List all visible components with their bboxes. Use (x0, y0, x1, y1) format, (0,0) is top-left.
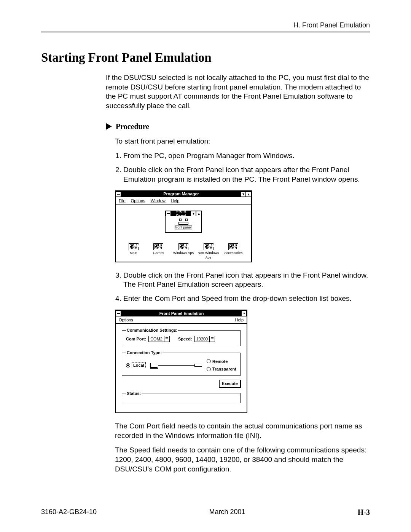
group-main[interactable]: Main (123, 243, 145, 260)
procedure-marker-icon (106, 123, 112, 130)
radio-local[interactable]: Local (126, 362, 146, 368)
note-speed: The Speed field needs to contain one of … (115, 446, 370, 474)
menu-file[interactable]: File (119, 198, 126, 203)
window-title: Front Panel (172, 209, 191, 219)
radio-remote[interactable]: Remote (207, 359, 236, 364)
system-menu-icon[interactable] (116, 311, 121, 316)
communication-settings-legend: Communication Settings: (126, 328, 178, 333)
radio-local-label: Local (132, 362, 146, 368)
group-windows-aps[interactable]: Windows Aps (172, 243, 194, 260)
speed-value: 19200 (195, 336, 210, 342)
dropdown-icon[interactable] (164, 336, 169, 342)
footer-page-number: H-3 (358, 508, 370, 517)
group-label: Games (147, 251, 169, 256)
connection-type-group: Connection Type: Local (122, 350, 241, 376)
minimize-button[interactable]: ▾ (191, 211, 196, 216)
maximize-button[interactable]: ▴ (196, 211, 201, 216)
communication-settings-group: Communication Settings: Com Port: COM2 S… (122, 328, 241, 346)
page-title: Starting Front Panel Emulation (41, 51, 370, 65)
running-header: H. Front Panel Emulation (41, 21, 370, 29)
step-3: Double click on the Front Panel icon tha… (123, 271, 370, 289)
connection-type-legend: Connection Type: (126, 350, 162, 355)
radio-remote-label: Remote (212, 359, 228, 364)
program-manager-window: Program Manager ▾ ▴ File Options Window … (115, 190, 252, 262)
status-legend: Status: (126, 391, 142, 396)
minimize-button[interactable]: ▾ (241, 192, 246, 197)
menu-window[interactable]: Window (151, 198, 166, 203)
radio-icon (207, 359, 211, 363)
radio-icon (207, 367, 211, 371)
speed-label: Speed: (178, 336, 192, 342)
window-title: Program Manager (122, 191, 241, 197)
status-group: Status: (122, 391, 241, 403)
radio-transparent-label: Transparent (212, 366, 236, 372)
group-label: Accessories (222, 251, 244, 256)
window-title: Front Panel Emulation (122, 311, 241, 316)
com-port-select[interactable]: COM2 (148, 336, 170, 342)
group-label: Windows Aps (172, 251, 194, 256)
front-panel-group-window: Front Panel ▾ ▴ front panel (165, 211, 202, 233)
group-games[interactable]: Games (147, 243, 169, 260)
procedure-intro: To start front panel emulation: (115, 137, 370, 146)
step-2: Double click on the Front Panel icon tha… (123, 165, 370, 184)
maximize-button[interactable]: ▴ (246, 192, 251, 197)
menu-help[interactable]: Help (235, 317, 244, 323)
speed-select[interactable]: 19200 (194, 336, 215, 342)
system-menu-icon[interactable] (116, 192, 121, 197)
procedure-heading: Procedure (116, 121, 149, 131)
menu-help[interactable]: Help (171, 198, 180, 203)
step-1: From the PC, open Program Manager from W… (123, 151, 370, 161)
menu-options[interactable]: Options (131, 198, 145, 203)
intro-paragraph: If the DSU/CSU selected is not locally a… (106, 73, 370, 111)
dropdown-icon[interactable] (209, 336, 215, 342)
com-port-value: COM2 (149, 336, 164, 342)
front-panel-icon-label: front panel (175, 225, 192, 230)
step-4: Enter the Com Port and Speed from the dr… (123, 294, 370, 304)
radio-icon (126, 363, 130, 367)
front-panel-emulation-window: Front Panel Emulation ▾ Options Help Com… (115, 310, 247, 413)
system-menu-icon[interactable] (166, 211, 171, 216)
footer-doc-number: 3160-A2-GB24-10 (41, 508, 97, 517)
radio-transparent[interactable]: Transparent (207, 366, 236, 372)
com-port-label: Com Port: (126, 336, 146, 342)
execute-button[interactable]: Execute (219, 380, 241, 387)
group-non-windows-aps[interactable]: Non-Windows Aps (198, 243, 220, 260)
menu-options[interactable]: Options (119, 317, 133, 323)
minimize-button[interactable]: ▾ (241, 311, 247, 316)
footer-date: March 2001 (209, 508, 245, 517)
connection-diagram-icon (150, 361, 202, 369)
header-rule (41, 32, 370, 32)
group-label: Main (123, 251, 145, 256)
group-accessories[interactable]: Accessories (222, 243, 244, 260)
group-label: Non-Windows Aps (198, 251, 220, 260)
front-panel-program-icon[interactable] (178, 219, 188, 225)
note-com-port: The Com Port field needs to contain the … (115, 422, 370, 440)
